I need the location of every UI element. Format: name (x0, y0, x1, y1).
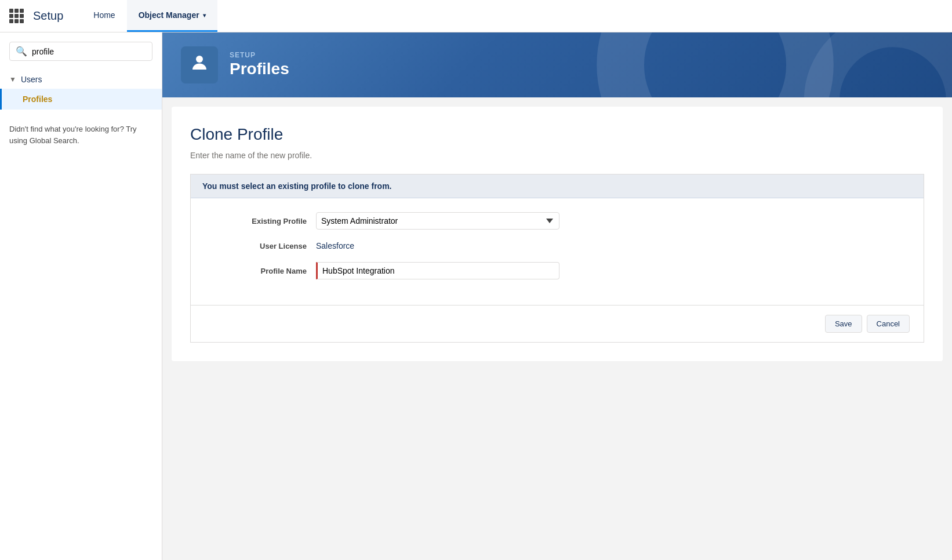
search-box: 🔍 (9, 42, 152, 61)
sidebar-item-profiles[interactable]: Profiles (0, 89, 162, 110)
page-header: SETUP Profiles (162, 32, 952, 97)
clone-profile-subtitle: Enter the name of the new profile. (190, 151, 924, 160)
page-title: Profiles (230, 59, 289, 79)
existing-profile-control: System Administrator Standard User Read … (316, 212, 559, 230)
app-grid-icon[interactable] (9, 9, 24, 23)
user-license-label: User License (214, 242, 307, 250)
save-button[interactable]: Save (825, 315, 862, 333)
form-body: Existing Profile System Administrator St… (191, 198, 924, 305)
chevron-down-icon: ▾ (203, 12, 206, 19)
user-license-row: User License Salesforce (214, 241, 900, 250)
tab-home[interactable]: Home (82, 0, 126, 32)
existing-profile-label: Existing Profile (214, 217, 307, 226)
header-text: SETUP Profiles (230, 51, 289, 79)
user-license-value: Salesforce (316, 241, 354, 250)
sidebar-help-text: Didn't find what you're looking for? Try… (0, 110, 162, 160)
form-footer: Save Cancel (191, 305, 924, 342)
sidebar-section-users-label: Users (21, 75, 42, 84)
form-panel: You must select an existing profile to c… (190, 174, 924, 343)
profiles-icon-box (181, 46, 218, 83)
profile-name-input[interactable] (316, 262, 559, 279)
user-icon (189, 52, 210, 78)
clone-profile-title: Clone Profile (190, 125, 924, 144)
cancel-button[interactable]: Cancel (867, 315, 910, 333)
search-icon: 🔍 (16, 46, 27, 57)
nav-tabs: Home Object Manager ▾ (82, 0, 217, 32)
clone-profile-section: Clone Profile Enter the name of the new … (172, 107, 943, 361)
tab-object-manager[interactable]: Object Manager ▾ (127, 0, 217, 32)
chevron-down-icon: ▼ (9, 75, 16, 83)
app-name: Setup (33, 9, 63, 23)
main-content: SETUP Profiles Clone Profile Enter the n… (162, 32, 952, 560)
existing-profile-select[interactable]: System Administrator Standard User Read … (316, 212, 559, 230)
profile-name-label: Profile Name (214, 267, 307, 275)
setup-label: SETUP (230, 51, 289, 59)
profile-name-row: Profile Name (214, 262, 900, 279)
top-nav: Setup Home Object Manager ▾ (0, 0, 952, 32)
alert-bar: You must select an existing profile to c… (191, 174, 924, 198)
svg-point-0 (196, 56, 203, 63)
layout: 🔍 ▼ Users Profiles Didn't find what you'… (0, 32, 952, 560)
search-input[interactable] (32, 47, 146, 56)
sidebar-section-users[interactable]: ▼ Users (0, 70, 162, 89)
sidebar: 🔍 ▼ Users Profiles Didn't find what you'… (0, 32, 162, 560)
existing-profile-row: Existing Profile System Administrator St… (214, 212, 900, 230)
